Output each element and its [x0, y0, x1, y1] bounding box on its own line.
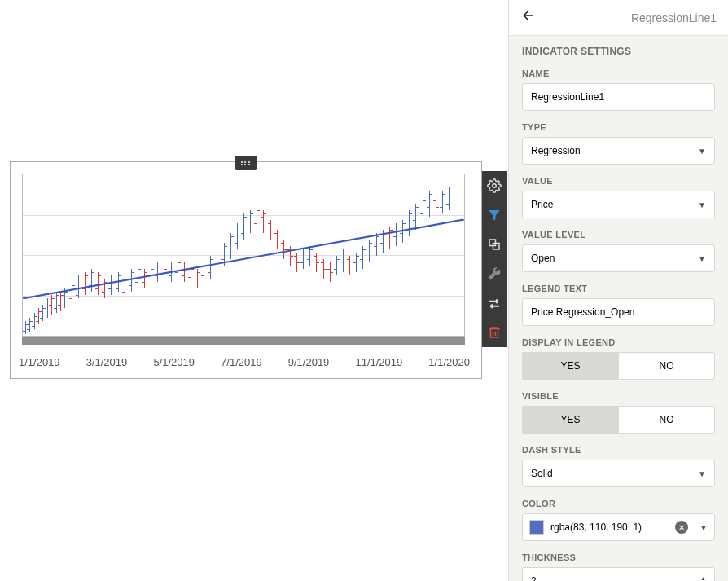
type-value: Regression	[531, 145, 581, 156]
value-value: Price	[531, 199, 553, 210]
panel-header: RegressionLine1	[509, 0, 728, 36]
dash-style-label: DASH STYLE	[522, 445, 715, 455]
x-tick: 11/1/2019	[355, 356, 402, 368]
x-axis-ticks: 1/1/20193/1/20195/1/20197/1/20199/1/2019…	[11, 348, 481, 378]
regression-line	[23, 174, 464, 336]
color-swatch	[529, 520, 544, 535]
wrench-icon	[487, 266, 502, 281]
x-tick: 1/1/2020	[428, 356, 470, 368]
type-select[interactable]: Regression▼	[522, 137, 715, 165]
thickness-stepper[interactable]: 2 ▲ ▼	[522, 567, 715, 581]
wrench-button[interactable]	[482, 259, 507, 288]
visible-toggle: YES NO	[522, 406, 715, 434]
svg-point-1	[493, 184, 497, 188]
swap-arrows-icon	[487, 296, 502, 310]
display-legend-toggle: YES NO	[522, 352, 715, 380]
chevron-down-icon: ▼	[698, 200, 706, 209]
x-tick: 5/1/2019	[153, 356, 195, 368]
layout-button[interactable]	[482, 230, 507, 259]
drag-handle[interactable]	[235, 156, 257, 170]
settings-panel: RegressionLine1 INDICATOR SETTINGS NAME …	[508, 0, 728, 581]
chevron-down-icon: ▼	[698, 147, 706, 156]
grip-icon	[241, 161, 251, 165]
panel-title: RegressionLine1	[631, 11, 717, 24]
dash-style-value: Solid	[531, 468, 553, 479]
value-select[interactable]: Price▼	[522, 191, 715, 218]
color-picker[interactable]: rgba(83, 110, 190, 1) ✕ ▼	[522, 513, 715, 541]
name-input[interactable]: RegressionLine1	[522, 83, 715, 111]
step-up[interactable]: ▲	[700, 576, 706, 581]
thickness-value: 2	[531, 575, 537, 581]
chart-toolbar	[482, 171, 507, 347]
value-level-select[interactable]: Open▼	[522, 244, 715, 272]
spinner: ▲ ▼	[700, 576, 706, 582]
value-label: VALUE	[522, 176, 715, 186]
legend-text-input[interactable]: Price Regression_Open	[522, 298, 715, 326]
chevron-down-icon: ▼	[698, 469, 706, 478]
funnel-icon	[487, 208, 502, 222]
filter-button[interactable]	[482, 200, 507, 230]
dash-style-select[interactable]: Solid▼	[522, 460, 715, 487]
gear-icon	[487, 178, 502, 193]
visible-yes[interactable]: YES	[522, 406, 618, 434]
color-label: COLOR	[522, 499, 715, 508]
clear-color-button[interactable]: ✕	[675, 521, 688, 534]
color-value: rgba(83, 110, 190, 1)	[550, 522, 642, 533]
name-value: RegressionLine1	[531, 91, 604, 103]
back-button[interactable]	[520, 7, 537, 28]
display-legend-no[interactable]: NO	[618, 352, 715, 380]
chart-scrollbar[interactable]	[22, 337, 465, 345]
name-label: NAME	[522, 68, 715, 78]
visible-no[interactable]: NO	[618, 406, 715, 434]
delete-button[interactable]	[482, 318, 507, 347]
x-tick: 7/1/2019	[221, 356, 262, 368]
arrow-left-icon	[520, 7, 537, 24]
display-legend-yes[interactable]: YES	[522, 352, 618, 380]
type-label: TYPE	[522, 122, 715, 132]
panel-body: INDICATOR SETTINGS NAME RegressionLine1 …	[509, 36, 728, 581]
legend-text-label: LEGEND TEXT	[522, 284, 715, 293]
swap-button[interactable]	[482, 288, 507, 318]
thickness-label: THICKNESS	[522, 552, 715, 562]
plot-area[interactable]	[22, 174, 465, 337]
settings-button[interactable]	[482, 171, 507, 200]
trash-icon	[487, 325, 502, 340]
chart-container: 1/1/20193/1/20195/1/20197/1/20199/1/2019…	[10, 161, 482, 379]
chevron-down-icon: ▼	[699, 523, 708, 532]
legend-text-value: Price Regression_Open	[531, 306, 634, 318]
value-level-value: Open	[531, 253, 555, 264]
svg-line-0	[23, 219, 464, 298]
chevron-down-icon: ▼	[698, 254, 706, 263]
visible-label: VISIBLE	[522, 391, 715, 401]
display-legend-label: DISPLAY IN LEGEND	[522, 337, 715, 347]
value-level-label: VALUE LEVEL	[522, 230, 715, 240]
x-tick: 1/1/2019	[19, 356, 60, 368]
x-tick: 3/1/2019	[86, 356, 128, 368]
overlap-icon	[487, 237, 502, 252]
x-tick: 9/1/2019	[288, 356, 330, 368]
section-title: INDICATOR SETTINGS	[522, 46, 715, 57]
